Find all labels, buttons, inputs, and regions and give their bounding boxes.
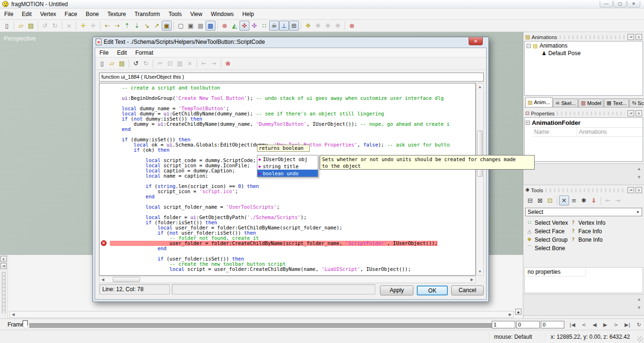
dialog-menu-format[interactable]: Format [131,48,157,57]
code-editor[interactable]: ✕ -- create a script and toolbutton ui:B… [99,83,476,276]
go-to-end-button[interactable]: ▶| [625,322,630,328]
tool-face-info[interactable]: ?Face Info [570,228,605,235]
cancel-button[interactable]: Cancel [451,286,484,295]
tree-item-default-pose[interactable]: ♟ Default Pose [525,49,643,57]
undo-icon[interactable]: ↺ [131,58,141,68]
tools-panel-header[interactable]: ✱ Tools -¤ x [524,186,643,194]
tool-mode-dropdown[interactable]: Select ▼ [525,208,642,216]
figure-raise-icon[interactable]: ⇡ [122,21,132,31]
scroll-up-icon[interactable]: ▲ [477,84,483,90]
collapse-icon[interactable]: − [527,44,531,48]
play-reverse-button[interactable]: ◀ [593,322,596,328]
delete-icon[interactable]: × [185,58,195,68]
tool-bone-info[interactable]: ?Bone Info [570,236,605,243]
hierarchy-tool-icon[interactable]: ≡ [569,196,579,205]
stop-icon[interactable]: ⊗ [223,58,233,68]
menu-vertex[interactable]: Vertex [36,8,60,20]
menu-tools[interactable]: Tools [164,8,186,20]
step-back-button[interactable]: < [582,322,586,328]
scroll-up-icon[interactable]: ▲ [515,309,521,315]
function-signature-bar[interactable]: function ui_1884 ( IUserObject this ) [99,73,484,82]
resize-grip[interactable] [637,336,643,342]
autocomplete-item[interactable]: ◆IUserObject obj [257,155,318,163]
insert-tool-icon[interactable]: ⇓ [589,196,599,205]
menu-bone[interactable]: Bone [82,8,103,20]
menu-face[interactable]: Face [60,8,82,20]
scrollbar-thumb[interactable] [477,131,483,177]
save-icon[interactable]: ▤ [26,21,36,31]
properties-panel-header[interactable]: ⊡ Properties -¤ x [524,109,643,117]
close-icon[interactable]: x [0,256,7,262]
scroll-left-icon[interactable]: ◀ [10,311,17,318]
tab-skeleton[interactable]: ☠Skel... [553,98,578,107]
ok-button[interactable]: OK [417,286,448,295]
open-file-icon[interactable]: ▱ [16,21,26,31]
scroll-right-icon[interactable]: ▶ [507,311,513,318]
maximize-button[interactable]: ▢ [613,1,627,8]
pin-icon[interactable]: -¤ [627,34,634,40]
code-vscrollbar[interactable]: ▲ ▼ [476,83,484,276]
timeline-hscrollbar[interactable]: ◀ ▶ [9,311,514,318]
autocomplete-item[interactable]: ◆boolean undo [257,170,318,177]
tab-animations[interactable]: ▨Anim... [525,97,553,107]
save-icon[interactable]: ▤ [117,58,127,68]
select-tool-icon[interactable]: ✕ [559,196,569,205]
figure-shrink-icon[interactable]: ↘ [142,21,152,31]
pin-icon[interactable]: -¤ [627,110,634,116]
menu-edit[interactable]: Edit [17,8,36,20]
properties-object-row[interactable]: − AnimationFolder [525,118,643,127]
snap-face-icon[interactable]: ❉ [333,21,343,31]
redo-icon[interactable]: ↻ [50,21,60,31]
redo-icon[interactable]: ↻ [141,58,151,68]
frame-start-input[interactable] [516,321,540,328]
cut-icon[interactable]: ✂ [155,58,165,68]
close-button[interactable]: ✕ [627,1,640,8]
tool-vertex-info[interactable]: ?Vertex Info [570,219,605,226]
undo-icon[interactable]: ↺ [40,21,50,31]
delete-icon[interactable]: × [64,21,74,31]
tab-schema[interactable]: ⇆Sch... [629,98,644,107]
navigate-forward-icon[interactable]: → [209,58,219,68]
dialog-close-button[interactable]: ✕ [469,37,483,45]
close-icon[interactable]: x [636,34,642,40]
scroll-down-icon[interactable]: ▼ [637,175,641,180]
minimize-button[interactable]: — [600,1,613,8]
pin-icon[interactable]: -¤ [627,187,634,193]
prev-tool-icon[interactable]: ← [603,196,613,205]
selected-cube-icon[interactable]: ▩ [196,21,206,31]
snap-edge-icon[interactable]: ❉ [323,21,333,31]
vertex-points-icon[interactable]: ∷ [259,21,269,31]
figure-lower-icon[interactable]: ⇣ [132,21,142,31]
detach-bone-icon[interactable]: ✛ [88,21,98,31]
navigate-back-icon[interactable]: ← [199,58,209,68]
frame-current-input[interactable] [492,321,515,328]
menu-help[interactable]: Help [238,8,258,20]
drag-handle[interactable] [2,272,6,313]
bone-axis-icon[interactable]: ✜ [239,21,249,31]
solid-cube-icon[interactable]: ▣ [186,21,196,31]
dialog-menu-edit[interactable]: Edit [113,48,131,57]
paste-icon[interactable]: ▥ [175,58,185,68]
new-document-icon[interactable]: ▯ [2,21,12,31]
color-wheel-icon[interactable]: ⊛ [220,21,230,31]
property-row[interactable]: Name Animations [532,127,643,137]
edit-tool-icon[interactable]: ⊡ [545,196,555,205]
export-tool-icon[interactable]: ⊠ [535,196,545,205]
menu-transform[interactable]: Transform [130,8,164,20]
normals-icon[interactable]: ◭ [230,21,239,31]
attach-bone-icon[interactable]: ✛ [78,21,88,31]
menu-view[interactable]: View [186,8,206,20]
new-document-icon[interactable]: ▯ [97,58,107,68]
tab-model[interactable]: ▥Model [578,98,603,107]
close-icon[interactable]: x [636,187,642,193]
scroll-up-icon[interactable]: ▲ [637,166,641,171]
loop-button[interactable]: ↻ [637,322,641,328]
import-tool-icon[interactable]: ⊟ [525,196,535,205]
snap-vertex-icon[interactable]: ❉ [303,21,313,31]
figure-move-right-icon[interactable]: ⇢ [112,21,122,31]
collapse-icon[interactable]: − [526,121,530,125]
snap-grid-icon[interactable]: ❉ [313,21,323,31]
go-to-start-button[interactable]: |◀ [570,322,575,328]
next-tool-icon[interactable]: → [613,196,623,205]
open-file-icon[interactable]: ▱ [107,58,117,68]
